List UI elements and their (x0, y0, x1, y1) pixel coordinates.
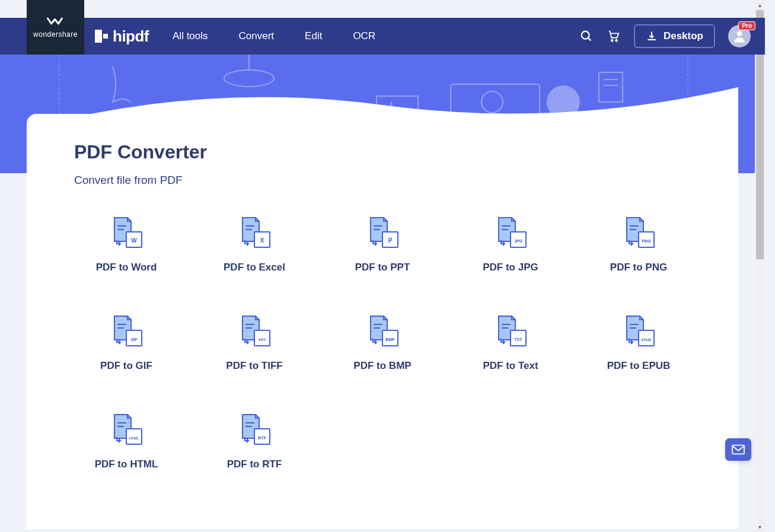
topbar-spacer (0, 0, 765, 18)
user-icon (732, 28, 747, 44)
tool-pdf-to-word[interactable]: WPDF to Word (74, 216, 178, 273)
tool-pdf-to-bmp[interactable]: BMPPDF to BMP (330, 315, 435, 372)
tool-icon: GIF (109, 315, 144, 349)
svg-point-6 (737, 31, 742, 36)
tool-icon: JPG (493, 216, 528, 251)
svg-rect-0 (95, 30, 102, 43)
svg-text:EPUB: EPUB (642, 338, 652, 342)
svg-text:HTML: HTML (129, 437, 139, 440)
desktop-button-label: Desktop (664, 30, 703, 42)
tool-icon: EPUB (621, 315, 656, 349)
vertical-scrollbar[interactable]: ▴ ▾ (755, 0, 765, 532)
tools-grid: WPDF to WordXPDF to ExcelPPDF to PPTJPGP… (74, 216, 691, 470)
svg-text:P: P (388, 237, 393, 244)
search-icon (580, 30, 593, 43)
tool-icon: BMP (365, 315, 400, 349)
svg-text:PNG: PNG (642, 239, 651, 243)
svg-rect-1 (103, 34, 108, 39)
page-subtitle: Convert file from PDF (74, 174, 691, 187)
mail-icon (732, 444, 745, 455)
cart-icon (607, 30, 620, 43)
svg-text:JPG: JPG (514, 239, 523, 243)
cart-button[interactable] (607, 29, 621, 43)
tool-pdf-to-ppt[interactable]: PPDF to PPT (330, 216, 435, 273)
nav-all-tools[interactable]: All tools (173, 30, 208, 42)
page-title: PDF Converter (74, 141, 691, 163)
navbar: hipdf All tools Convert Edit OCR (0, 18, 765, 55)
tool-label: PDF to TIFF (226, 360, 282, 372)
tool-pdf-to-html[interactable]: HTMLPDF to HTML (74, 413, 178, 470)
tool-icon: TXT (493, 315, 528, 349)
svg-text:X: X (260, 237, 264, 244)
pro-badge: Pro (738, 21, 755, 30)
tool-icon: P (365, 216, 400, 251)
svg-text:RTF: RTF (258, 436, 266, 440)
user-avatar[interactable]: Pro (728, 25, 751, 47)
download-icon (646, 30, 658, 42)
svg-text:TXT: TXT (514, 337, 522, 342)
tool-label: PDF to RTF (227, 458, 282, 470)
svg-text:GIF: GIF (130, 337, 138, 342)
wondershare-logo-icon (47, 16, 65, 28)
hipdf-logo[interactable]: hipdf (95, 27, 149, 46)
nav-edit[interactable]: Edit (305, 30, 322, 42)
search-button[interactable] (579, 29, 594, 43)
wondershare-brand[interactable]: wondershare (27, 0, 84, 55)
tool-label: PDF to EPUB (607, 360, 671, 372)
tool-pdf-to-epub[interactable]: EPUBPDF to EPUB (586, 315, 691, 372)
hipdf-logo-icon (95, 30, 108, 43)
nav-convert[interactable]: Convert (239, 30, 275, 42)
tool-label: PDF to HTML (95, 458, 158, 470)
svg-point-5 (615, 40, 617, 42)
tool-pdf-to-jpg[interactable]: JPGPDF to JPG (458, 216, 563, 273)
tool-label: PDF to GIF (100, 360, 152, 372)
svg-text:BMP: BMP (385, 337, 395, 342)
svg-rect-72 (732, 445, 744, 454)
tool-icon: PNG (621, 216, 656, 251)
tool-pdf-to-text[interactable]: TXTPDF to Text (458, 315, 563, 372)
svg-point-4 (611, 40, 613, 42)
tool-pdf-to-rtf[interactable]: RTFPDF to RTF (202, 413, 307, 470)
tool-label: PDF to Word (96, 262, 157, 273)
hipdf-logo-text: hipdf (113, 27, 149, 46)
tool-icon: X (237, 216, 272, 251)
tool-label: PDF to Text (483, 360, 538, 372)
tool-pdf-to-gif[interactable]: GIFPDF to GIF (74, 315, 178, 372)
tool-icon: HTML (109, 413, 144, 448)
tool-pdf-to-excel[interactable]: XPDF to Excel (202, 216, 307, 273)
svg-line-3 (588, 38, 591, 41)
wondershare-label: wondershare (33, 30, 78, 39)
tool-pdf-to-png[interactable]: PNGPDF to PNG (586, 216, 691, 273)
scrollbar-up-arrow[interactable]: ▴ (755, 0, 765, 10)
tool-label: PDF to PPT (355, 262, 410, 273)
tool-icon: RTF (237, 413, 272, 448)
tool-label: PDF to Excel (224, 262, 285, 273)
svg-point-2 (582, 31, 589, 39)
tool-label: PDF to BMP (353, 360, 411, 372)
scrollbar-down-arrow[interactable]: ▾ (755, 522, 765, 532)
svg-text:TIFF: TIFF (259, 338, 266, 342)
tool-icon: TIFF (237, 315, 272, 349)
tool-icon: W (109, 216, 144, 251)
tool-label: PDF to PNG (610, 262, 667, 273)
desktop-button[interactable]: Desktop (634, 24, 715, 48)
tool-label: PDF to JPG (483, 262, 538, 273)
nav-ocr[interactable]: OCR (353, 30, 375, 42)
svg-text:W: W (131, 237, 137, 244)
nav-links: All tools Convert Edit OCR (173, 30, 375, 42)
tool-pdf-to-tiff[interactable]: TIFFPDF to TIFF (202, 315, 307, 372)
main-card: PDF Converter Convert file from PDF WPDF… (27, 114, 738, 529)
feedback-button[interactable] (725, 438, 751, 461)
